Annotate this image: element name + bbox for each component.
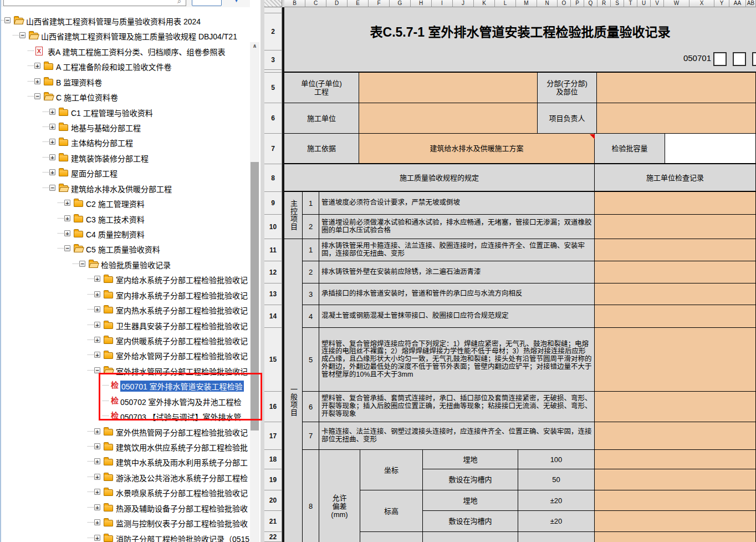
row-header[interactable]: 17 — [264, 422, 282, 450]
check-record-cell[interactable] — [595, 490, 756, 511]
tree-item[interactable]: +建筑饮用水供应系统子分部工程检验批 — [1, 439, 250, 454]
tree-item[interactable]: +室外给水管网子分部工程检验批验收记 — [1, 347, 250, 362]
check-record-cell[interactable] — [595, 283, 756, 305]
expand-plus-icon[interactable]: + — [64, 200, 70, 206]
row-header[interactable]: 11 — [264, 239, 282, 261]
check-record-cell[interactable] — [595, 261, 756, 283]
row-header[interactable]: 10 — [264, 215, 282, 239]
column-header-W[interactable]: W — [664, 0, 689, 7]
expand-plus-icon[interactable]: + — [94, 428, 100, 434]
expand-plus-icon[interactable]: + — [94, 322, 100, 328]
expand-plus-icon[interactable]: + — [94, 352, 100, 358]
column-header-X[interactable]: X — [689, 0, 714, 7]
tree-item[interactable]: +C2 施工管理资料 — [1, 195, 250, 210]
check-record-cell[interactable] — [595, 239, 756, 261]
tree-item[interactable]: +B 监理资料卷 — [1, 74, 250, 89]
column-header-M[interactable]: M — [516, 0, 537, 7]
expand-plus-icon[interactable]: + — [34, 78, 40, 84]
row-header[interactable]: 12 — [264, 261, 282, 283]
tree-item[interactable]: +屋面分部工程 — [1, 165, 250, 180]
check-record-cell[interactable] — [595, 305, 756, 328]
check-record-cell[interactable] — [595, 392, 756, 422]
tree-item[interactable]: +C1 工程管理与验收资料 — [1, 104, 250, 119]
row-header[interactable]: 9 — [264, 192, 282, 215]
capacity-value-cell[interactable] — [665, 134, 756, 164]
tree-item[interactable]: X表A 建筑工程施工资料分类、归档顺序、组卷参照表 — [1, 43, 250, 58]
tree-item[interactable]: +室内排水系统子分部工程检验批验收记 — [1, 287, 250, 302]
column-header-AB[interactable]: AB — [746, 0, 756, 7]
check-record-cell[interactable] — [595, 532, 756, 542]
expand-plus-icon[interactable]: + — [94, 458, 100, 464]
tree-item[interactable]: −山西省建筑工程资料管理及施工质量验收规程 DBJ04/T21 — [1, 28, 250, 43]
select-all-corner[interactable] — [264, 0, 282, 7]
column-header-F[interactable]: F — [369, 0, 390, 7]
row-header[interactable]: 6 — [264, 103, 282, 134]
check-record-cell[interactable] — [595, 469, 756, 490]
row-header[interactable]: 16 — [264, 392, 282, 422]
row-header[interactable]: 3 — [264, 50, 282, 70]
expand-plus-icon[interactable]: + — [49, 124, 55, 130]
tree-item[interactable]: +消防子分部工程检验批验收记录（0515 — [1, 530, 250, 542]
expand-plus-icon[interactable]: + — [34, 63, 40, 69]
tree-item[interactable]: +游泳池及公共浴池水系统子分部工程检 — [1, 469, 250, 484]
row-header[interactable]: 15 — [264, 328, 282, 392]
row-header[interactable]: 20 — [264, 490, 282, 511]
column-header-P[interactable]: P — [571, 0, 584, 7]
check-record-cell[interactable] — [595, 450, 756, 469]
column-header-E[interactable]: E — [348, 0, 369, 7]
tree-item[interactable]: −建筑给水排水及供暖分部工程 — [1, 180, 250, 195]
expand-plus-icon[interactable]: + — [94, 474, 100, 480]
tree-item[interactable]: +热源及辅助设备子分部工程检验批验收 — [1, 500, 250, 515]
tree-item[interactable]: +主体结构分部工程 — [1, 134, 250, 149]
column-header-T[interactable]: T — [624, 0, 637, 7]
column-header-B[interactable]: B — [284, 0, 305, 7]
check-record-cell[interactable] — [595, 215, 756, 239]
row-header[interactable]: 21 — [264, 511, 282, 532]
tree-item[interactable]: +建筑装饰装修分部工程 — [1, 150, 250, 165]
expand-plus-icon[interactable]: + — [94, 443, 100, 449]
tree-item[interactable]: +室内给水系统子分部工程检验批验收记 — [1, 271, 250, 286]
contractor-value-cell[interactable] — [359, 103, 538, 134]
column-header-O[interactable]: O — [558, 0, 571, 7]
search-input[interactable] — [3, 0, 186, 6]
expand-plus-icon[interactable]: + — [94, 504, 100, 510]
collapse-minus-icon[interactable]: − — [34, 93, 40, 99]
check-record-cell[interactable] — [595, 511, 756, 532]
column-header-Y[interactable]: Y — [714, 0, 729, 7]
expand-plus-icon[interactable]: + — [94, 276, 100, 282]
tree-item[interactable]: −C5 施工质量验收资料 — [1, 241, 250, 256]
check-record-cell[interactable] — [595, 422, 756, 450]
collapse-minus-icon[interactable]: − — [64, 245, 70, 251]
tree-item[interactable]: +建筑中水系统及雨水利用系统子分部工 — [1, 454, 250, 469]
column-header-D[interactable]: D — [326, 0, 348, 7]
search-button[interactable] — [192, 0, 222, 6]
expand-plus-icon[interactable]: + — [49, 154, 55, 160]
row-header[interactable]: 7 — [264, 134, 282, 164]
basis-value-cell[interactable]: 建筑给水排水及供暖施工方案 — [359, 134, 595, 164]
tree-item[interactable]: +室内热水系统子分部工程检验批验收记 — [1, 302, 250, 317]
row-header[interactable]: 5 — [264, 73, 282, 103]
tree-item[interactable]: +卫生器具安装子分部工程检验批验收记 — [1, 317, 250, 332]
nav-down-icon[interactable]: ▼ — [234, 0, 239, 3]
expand-plus-icon[interactable]: + — [94, 519, 100, 525]
row-header[interactable]: 13 — [264, 283, 282, 305]
tree-item[interactable]: −检验批质量验收记录 — [1, 256, 250, 271]
scroll-up-icon[interactable]: ∧ — [250, 42, 259, 51]
column-header-Q[interactable]: Q — [584, 0, 597, 7]
column-header-V[interactable]: V — [651, 0, 664, 7]
collapse-minus-icon[interactable]: − — [19, 32, 25, 38]
tree-item[interactable]: −C 施工单位资料卷 — [1, 89, 250, 104]
column-header-AA[interactable]: AA — [729, 0, 746, 7]
collapse-minus-icon[interactable]: − — [4, 17, 11, 23]
collapse-minus-icon[interactable]: − — [79, 261, 85, 267]
expand-plus-icon[interactable]: + — [94, 337, 100, 343]
expand-plus-icon[interactable]: + — [94, 291, 100, 297]
tree-item[interactable]: +C4 质量控制资料 — [1, 226, 250, 241]
pm-value-cell[interactable] — [597, 103, 756, 134]
row-header[interactable]: 19 — [264, 469, 282, 490]
collapse-minus-icon[interactable]: − — [49, 185, 55, 191]
row-header[interactable]: 18 — [264, 450, 282, 469]
row-header[interactable]: 8 — [264, 164, 282, 192]
expand-plus-icon[interactable]: + — [49, 109, 55, 115]
column-header-G[interactable]: G — [390, 0, 411, 7]
